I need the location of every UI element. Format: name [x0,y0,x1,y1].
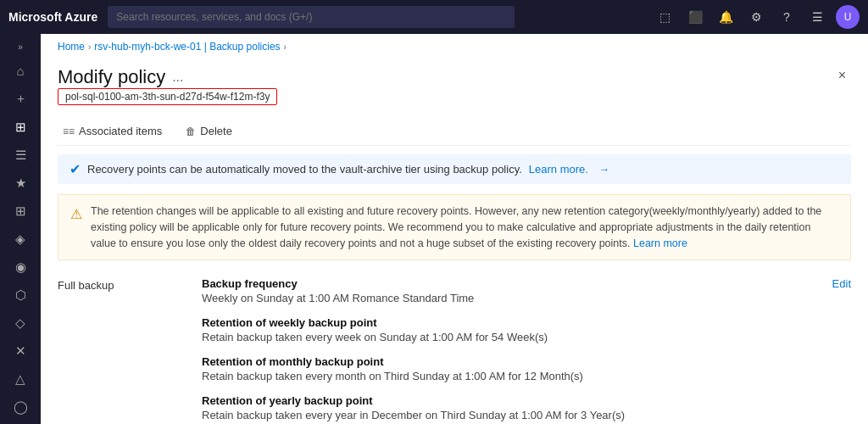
full-backup-frequency-value: Weekly on Sunday at 1:00 AM Romance Stan… [202,292,851,304]
sidebar-item-blue[interactable]: ◉ [3,254,37,279]
notification-icon[interactable]: 🔔 [714,5,737,29]
full-backup-yearly-value: Retain backup taken every year in Decemb… [202,409,851,421]
breadcrumb-home[interactable]: Home [58,41,85,53]
associated-items-icon: ≡≡ [63,126,75,137]
warning-learn-more[interactable]: Learn more [633,237,687,249]
info-banner-text: Recovery points can be automatically mov… [87,163,522,176]
warning-text-block: The retention changes will be applicable… [91,204,838,251]
full-backup-weekly-title: Retention of weekly backup point [202,316,851,329]
warning-banner: ⚠ The retention changes will be applicab… [58,194,851,260]
content-area: Home › rsv-hub-myh-bck-we-01 | Backup po… [41,34,868,424]
warning-icon: ⚠ [70,204,82,225]
feedback-icon[interactable]: ☰ [805,5,829,29]
page-content: Modify policy ... pol-sql-0100-am-3th-su… [41,59,868,424]
sidebar-item-favorites[interactable]: ★ [3,170,37,195]
sidebar-item-monitor[interactable]: ◇ [3,310,37,335]
close-button[interactable]: × [833,66,851,85]
delete-label: Delete [200,125,232,137]
sidebar-expand-btn[interactable]: » [14,39,26,55]
cloud-shell-icon[interactable]: ⬛ [683,5,707,29]
full-backup-label: Full backup [58,277,202,424]
breadcrumb-sep-2: › [284,42,287,52]
sidebar-item-policy[interactable]: ✕ [3,338,37,363]
brand-name: Microsoft Azure [8,10,97,24]
breadcrumb-sep-1: › [88,42,91,52]
full-backup-weekly-value: Retain backup taken every week on Sunday… [202,331,851,343]
info-check-icon: ✔ [70,161,81,177]
info-banner: ✔ Recovery points can be automatically m… [58,154,851,184]
help-icon[interactable]: ? [775,5,798,29]
top-navbar: Microsoft Azure ⬚ ⬛ 🔔 ⚙ ? ☰ U [0,0,868,34]
page-title-menu-btn[interactable]: ... [172,70,183,85]
full-backup-yearly-retention: Retention of yearly backup point Retain … [202,394,851,421]
sidebar-item-create[interactable]: ＋ [3,86,37,111]
sidebar-item-security[interactable]: ◯ [3,394,37,419]
delete-btn[interactable]: 🗑 Delete [181,122,237,140]
page-title: Modify policy [58,66,165,88]
sidebar-item-services[interactable]: ☰ [3,142,37,167]
sidebar: » ⌂ ＋ ⊞ ☰ ★ ⊞ ◈ ◉ ⬡ ◇ ✕ △ ◯ [0,34,41,424]
breadcrumb: Home › rsv-hub-myh-bck-we-01 | Backup po… [41,34,868,59]
info-banner-learn-more[interactable]: Learn more. [529,163,588,176]
page-header: Modify policy ... pol-sql-0100-am-3th-su… [58,59,851,117]
full-backup-monthly-retention: Retention of monthly backup point Retain… [202,355,851,382]
portal-icon[interactable]: ⬚ [653,5,676,29]
full-backup-monthly-title: Retention of monthly backup point [202,355,851,368]
full-backup-frequency: Backup frequency Weekly on Sunday at 1:0… [202,277,851,304]
toolbar: ≡≡ Associated items 🗑 Delete [58,117,851,146]
main-layout: » ⌂ ＋ ⊞ ☰ ★ ⊞ ◈ ◉ ⬡ ◇ ✕ △ ◯ Home › rsv-h… [0,34,868,424]
sidebar-item-dashboard[interactable]: ⊞ [3,114,37,139]
avatar[interactable]: U [836,5,860,29]
full-backup-section: Full backup Edit Backup frequency Weekly… [58,277,851,424]
page-title-row: Modify policy ... [58,66,277,88]
full-backup-details: Edit Backup frequency Weekly on Sunday a… [202,277,851,424]
sidebar-item-grid[interactable]: ⊞ [3,198,37,223]
delete-icon: 🗑 [186,126,196,137]
full-backup-monthly-value: Retain backup taken every month on Third… [202,370,851,382]
settings-icon[interactable]: ⚙ [744,5,768,29]
warning-text: The retention changes will be applicable… [91,205,821,249]
full-backup-yearly-title: Retention of yearly backup point [202,394,851,407]
sidebar-item-dev[interactable]: ⬡ [3,282,37,307]
info-banner-arrow: → [598,163,609,176]
sidebar-item-home[interactable]: ⌂ [3,59,37,83]
sidebar-item-alerts[interactable]: △ [3,366,37,391]
associated-items-btn[interactable]: ≡≡ Associated items [58,122,167,140]
nav-icons: ⬚ ⬛ 🔔 ⚙ ? ☰ U [653,5,860,29]
breadcrumb-backup-policies[interactable]: rsv-hub-myh-bck-we-01 | Backup policies [94,41,280,53]
associated-items-label: Associated items [79,125,162,137]
sidebar-item-resource[interactable]: ◈ [3,226,37,251]
full-backup-edit-btn[interactable]: Edit [832,277,851,290]
search-input[interactable] [108,6,515,28]
full-backup-frequency-title: Backup frequency [202,277,851,290]
full-backup-weekly-retention: Retention of weekly backup point Retain … [202,316,851,343]
policy-id-tag: pol-sql-0100-am-3th-sun-d27d-f54w-f12m-f… [58,88,277,105]
